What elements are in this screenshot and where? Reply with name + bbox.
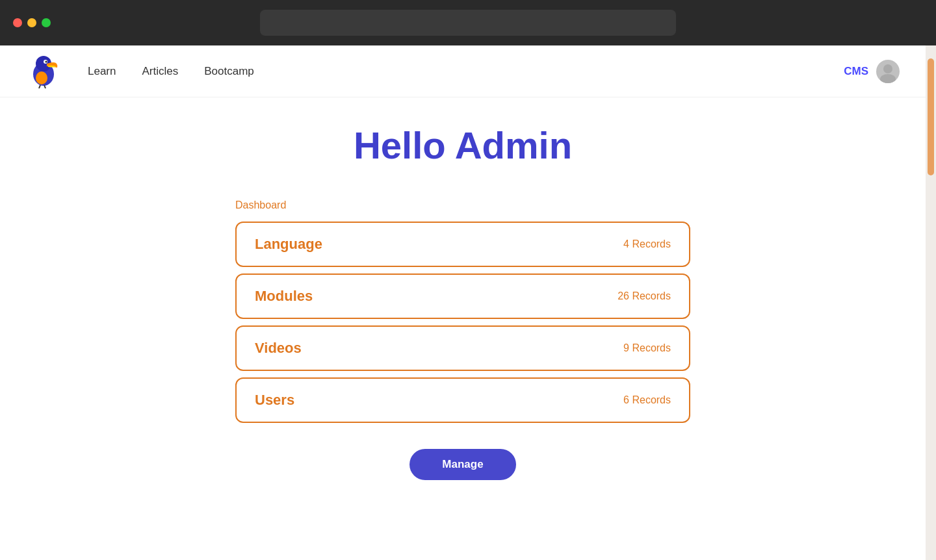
scrollbar-thumb[interactable] [928,58,934,175]
main-content: Learn Articles Bootcamp CMS Hello Admin … [0,45,926,560]
close-button[interactable] [13,18,22,27]
nav-learn[interactable]: Learn [88,65,116,78]
scrollbar-area[interactable] [926,45,936,560]
videos-record-name: Videos [255,340,302,357]
svg-line-6 [44,85,46,88]
page-title: Hello Admin [354,123,572,167]
nav-articles[interactable]: Articles [142,65,178,78]
dashboard-section: Dashboard Language 4 Records Modules 26 … [235,199,690,480]
window-controls [13,18,51,27]
navbar-right: CMS [844,60,900,83]
users-record-name: Users [255,392,294,409]
nav-bootcamp[interactable]: Bootcamp [204,65,254,78]
logo[interactable] [26,53,62,89]
users-record-count: 6 Records [623,394,671,406]
navbar: Learn Articles Bootcamp CMS [0,45,926,97]
toucan-logo-icon [26,53,62,89]
avatar-icon [876,60,900,83]
svg-line-5 [39,85,40,88]
svg-point-3 [46,61,47,63]
minimize-button[interactable] [27,18,36,27]
modules-record-name: Modules [255,288,313,305]
page-content: Hello Admin Dashboard Language 4 Records… [0,97,926,560]
dashboard-label: Dashboard [235,199,690,211]
app-container: Learn Articles Bootcamp CMS Hello Admin … [0,45,936,560]
manage-button[interactable]: Manage [410,449,515,480]
language-record-name: Language [255,236,322,253]
maximize-button[interactable] [42,18,51,27]
user-avatar[interactable] [876,60,900,83]
modules-record-card[interactable]: Modules 26 Records [235,274,690,319]
language-record-count: 4 Records [623,238,671,250]
svg-point-8 [880,74,896,83]
navbar-links: Learn Articles Bootcamp [88,65,844,78]
language-record-card[interactable]: Language 4 Records [235,222,690,267]
url-bar[interactable] [260,10,676,36]
videos-record-count: 9 Records [623,342,671,354]
users-record-card[interactable]: Users 6 Records [235,377,690,423]
svg-point-7 [883,64,892,73]
titlebar [0,0,936,45]
videos-record-card[interactable]: Videos 9 Records [235,325,690,371]
svg-point-4 [36,71,47,84]
cms-label[interactable]: CMS [844,65,868,78]
modules-record-count: 26 Records [618,290,671,302]
